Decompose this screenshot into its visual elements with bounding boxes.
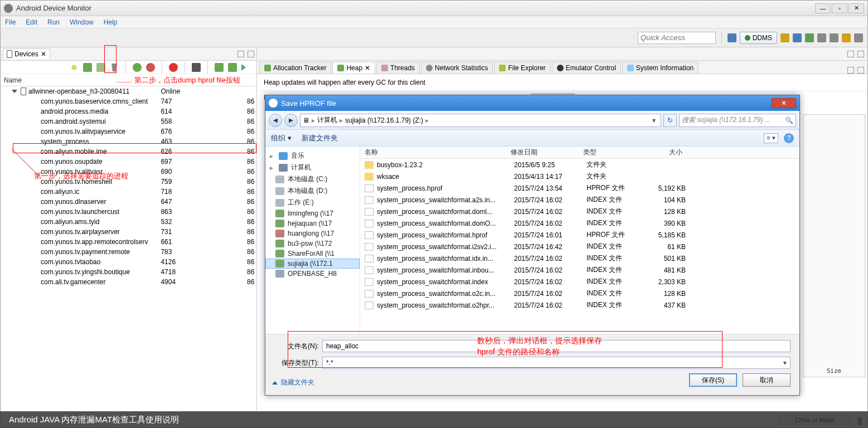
minimize-button[interactable]: —	[815, 3, 831, 13]
view-options-button[interactable]: ≡ ▾	[764, 133, 778, 143]
process-row[interactable]: com.yunos.tv.alitvpayservice67686	[1, 127, 256, 137]
debug-icon[interactable]	[70, 63, 79, 72]
file-row[interactable]: system_process_swaitchformat.i2sv2.i...2…	[360, 241, 799, 252]
rp-min-icon[interactable]	[847, 51, 854, 57]
tab-heap[interactable]: Heap✕	[332, 62, 375, 74]
maximize-button[interactable]: ▫	[832, 3, 847, 13]
tree-item[interactable]: hejiaquan (\\17	[265, 218, 360, 228]
tab-network-statistics[interactable]: Network Statistics	[421, 62, 493, 74]
view-menu-icon[interactable]	[241, 64, 246, 71]
tb-icon-1[interactable]	[780, 33, 789, 42]
organize-button[interactable]: 组织 ▾	[271, 133, 292, 143]
update-threads-icon[interactable]	[133, 63, 142, 72]
adm-titlebar[interactable]: Android Device Monitor — ▫ ✕	[1, 1, 867, 16]
process-row[interactable]: com.aliyun.ams.tyid53286	[1, 217, 256, 227]
file-row[interactable]: system_process_swaitchformat.domI...2015…	[360, 206, 799, 217]
file-row[interactable]: system_process_swaitchformat.idx.in...20…	[360, 252, 799, 264]
open-perspective-icon[interactable]	[728, 33, 736, 42]
crumb-location[interactable]: sujiajia (\\172.16.1.79) (Z:)	[345, 116, 423, 124]
process-row[interactable]: com.ali.tv.gamecenter490486	[1, 277, 256, 287]
tab-threads[interactable]: Threads	[376, 62, 420, 74]
rp-max-icon[interactable]	[857, 51, 864, 57]
dialog-close-button[interactable]: ✕	[772, 98, 796, 108]
process-row[interactable]: com.yunos.tv.launchercust86386	[1, 207, 256, 217]
tab-close-icon[interactable]: ✕	[41, 50, 46, 58]
start-method-profiling-icon[interactable]	[146, 63, 155, 72]
file-row[interactable]: wksace2015/4/13 14:17文件夹	[360, 171, 799, 182]
tree-item[interactable]: bu3-psw (\\172	[265, 239, 360, 249]
nav-back-button[interactable]: ◄	[269, 114, 282, 127]
crumb-dropdown-icon[interactable]: ▾	[649, 116, 658, 124]
minimize-view-icon[interactable]	[237, 51, 244, 57]
device-row[interactable]: allwinner-openbase_h3-20080411Online	[1, 86, 256, 96]
crumb-computer[interactable]: 计算机	[317, 115, 337, 125]
process-row[interactable]: android.process.media61486	[1, 106, 256, 116]
breadcrumb[interactable]: 🖥 ▸ 计算机 ▸ sujiajia (\\172.16.1.79) (Z:) …	[300, 114, 661, 127]
tb-icon-6[interactable]	[842, 33, 851, 42]
stop-process-icon[interactable]	[169, 63, 178, 72]
process-row[interactable]: com.android.systemui55886	[1, 116, 256, 127]
rp-tabs-min-icon[interactable]	[847, 67, 854, 74]
file-row[interactable]: system_process_swaitchformat.domO...2015…	[360, 217, 799, 229]
tb-icon-4[interactable]	[817, 33, 826, 42]
search-input[interactable]: 搜索 sujiajia (\\172.16.1.79) ... 🔍	[679, 114, 796, 127]
file-row[interactable]: system_process_swaitchformat.index2015/7…	[360, 276, 799, 288]
process-row[interactable]: com.aliyun.ic71886	[1, 187, 256, 197]
search-icon[interactable]: 🔍	[785, 116, 793, 124]
dialog-titlebar[interactable]: Save HPROF file ✕	[265, 95, 799, 111]
tab-emulator-control[interactable]: Emulator Control	[552, 62, 621, 74]
tab-system-information[interactable]: System Information	[622, 62, 699, 74]
menu-window[interactable]: Window	[70, 18, 94, 26]
file-row[interactable]: system_process_swaitchformat.o2c.in...20…	[360, 288, 799, 299]
tree-item[interactable]: ▸音乐	[265, 150, 360, 162]
file-row[interactable]: system_process_swaitchformat.inbou...201…	[360, 264, 799, 276]
help-button[interactable]: ?	[784, 133, 794, 143]
tab-allocation-tracker[interactable]: Allocation Tracker	[259, 62, 331, 74]
screen-capture-icon[interactable]	[192, 63, 201, 72]
process-row[interactable]: com.yunos.tvtaobao412686	[1, 257, 256, 267]
file-row[interactable]: busybox-1.23.22015/6/5 9:25文件夹	[360, 159, 799, 171]
tree-item[interactable]: OPENBASE_H8	[265, 269, 360, 279]
ddms-perspective-button[interactable]: DDMS	[740, 32, 777, 44]
file-list[interactable]: 名称 修改日期 类型 大小 busybox-1.23.22015/6/5 9:2…	[360, 147, 799, 334]
tab-close-icon[interactable]: ✕	[365, 64, 370, 72]
tree-item[interactable]: ▸计算机	[265, 162, 360, 173]
file-row[interactable]: system_process_swaitchformat.o2hpr...201…	[360, 299, 799, 311]
process-row[interactable]: com.yunos.osupdate69786	[1, 157, 256, 167]
tb-icon-2[interactable]	[793, 33, 802, 42]
quick-access-input[interactable]	[638, 32, 716, 44]
tree-item[interactable]: huanglong (\\17	[265, 228, 360, 239]
devices-tab[interactable]: Devices ✕	[3, 48, 50, 59]
close-button[interactable]: ✕	[848, 3, 864, 13]
tb-icon-5[interactable]	[830, 33, 838, 42]
maximize-view-icon[interactable]	[248, 51, 254, 57]
cancel-button[interactable]: 取消	[743, 373, 791, 387]
process-list[interactable]: allwinner-openbase_h3-20080411Onlinecom.…	[1, 86, 256, 411]
menu-file[interactable]: File	[5, 18, 16, 26]
file-row[interactable]: system_process_swaitchformat.a2s.in...20…	[360, 194, 799, 206]
nav-forward-button[interactable]: ►	[284, 114, 298, 127]
tree-item[interactable]: limingfeng (\\17	[265, 208, 360, 218]
process-row[interactable]: com.yunos.tv.app.remotecontrolserv66186	[1, 237, 256, 247]
update-heap-icon[interactable]	[83, 63, 92, 72]
process-row[interactable]: com.yunos.tv.payment:remote78386	[1, 247, 256, 257]
toolbar-extra-icon[interactable]	[228, 63, 237, 72]
tree-item[interactable]: 本地磁盘 (D:)	[265, 185, 360, 197]
menu-edit[interactable]: Edit	[26, 18, 37, 26]
tree-item[interactable]: 工作 (E:)	[265, 197, 360, 208]
file-row[interactable]: system_process.hprof2015/7/24 13:54HPROF…	[360, 182, 799, 194]
process-row[interactable]: com.yunos.tv.airplayserver73186	[1, 227, 256, 237]
tb-icon-3[interactable]	[805, 33, 814, 42]
rp-tabs-max-icon[interactable]	[857, 67, 864, 74]
process-row[interactable]: com.yunos.dlnaserver64786	[1, 197, 256, 207]
new-folder-button[interactable]: 新建文件夹	[302, 133, 338, 143]
hide-folders-toggle[interactable]: 隐藏文件夹	[272, 378, 314, 387]
menu-help[interactable]: Help	[104, 18, 118, 26]
tree-item[interactable]: ShareForAll (\\1	[265, 249, 360, 259]
menu-run[interactable]: Run	[47, 18, 60, 26]
tree-item[interactable]: 本地磁盘 (C:)	[265, 173, 360, 185]
file-list-header[interactable]: 名称 修改日期 类型 大小	[360, 147, 799, 159]
process-row[interactable]: com.yunos.tv.yingshi.boutique471886	[1, 267, 256, 277]
tab-file-explorer[interactable]: File Explorer	[494, 62, 550, 74]
folder-tree[interactable]: ▸音乐▸计算机本地磁盘 (C:)本地磁盘 (D:)工作 (E:)limingfe…	[265, 147, 360, 334]
